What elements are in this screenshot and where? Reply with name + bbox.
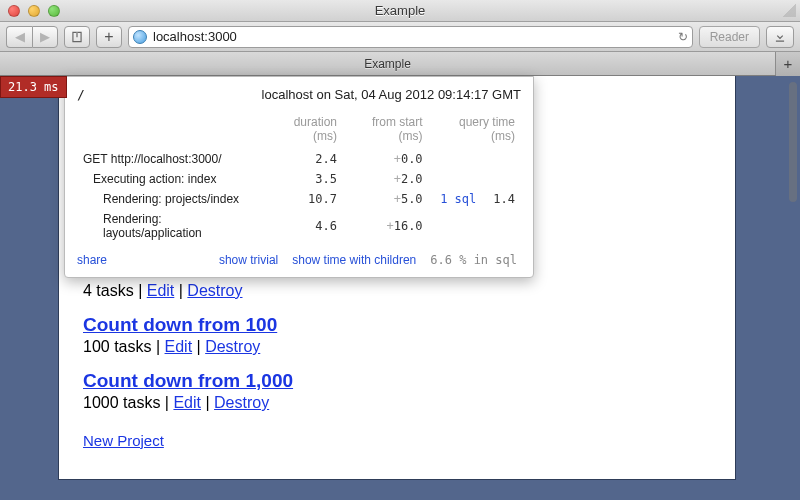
project-title-link[interactable]: Count down from 100 [83, 314, 277, 335]
row-qtime: 1.4 [482, 189, 521, 209]
col-duration: duration (ms) [263, 112, 343, 149]
col-from-start: from start (ms) [343, 112, 429, 149]
project-meta: 100 tasks | Edit | Destroy [83, 338, 711, 356]
site-globe-icon [133, 30, 147, 44]
edit-link[interactable]: Edit [165, 338, 193, 355]
new-project-link[interactable]: New Project [83, 432, 164, 449]
project-title-link[interactable]: Count down from 1,000 [83, 370, 293, 391]
col-label [77, 112, 263, 149]
book-icon [70, 30, 84, 44]
row-duration: 4.6 [263, 209, 343, 243]
miniprofiler-row: Rendering: layouts/application4.6+16.0 [77, 209, 521, 243]
miniprofiler-header: / localhost on Sat, 04 Aug 2012 09:14:17… [77, 85, 521, 112]
traffic-lights [0, 5, 60, 17]
miniprofiler-row: Executing action: index3.5+2.0 [77, 169, 521, 189]
back-button[interactable]: ◀ [6, 26, 32, 48]
zoom-window-button[interactable] [48, 5, 60, 17]
window-titlebar: Example [0, 0, 800, 22]
project-item: Count down from 100100 tasks | Edit | De… [83, 314, 711, 356]
miniprofiler-footer: share show trivial show time with childr… [77, 243, 521, 269]
scrollbar-thumb[interactable] [789, 82, 797, 202]
col-query-time: query time (ms) [429, 112, 521, 149]
row-sql[interactable]: 1 sql [429, 189, 483, 209]
bookmarks-button[interactable] [64, 26, 90, 48]
browser-tab[interactable]: Example [0, 52, 776, 75]
nav-buttons: ◀ ▶ [6, 26, 58, 48]
add-bookmark-button[interactable]: + [96, 26, 122, 48]
project-meta: 1000 tasks | Edit | Destroy [83, 394, 711, 412]
miniprofiler-panel: / localhost on Sat, 04 Aug 2012 09:14:17… [64, 76, 534, 278]
miniprofiler-row: GET http://localhost:3000/2.4+0.0 [77, 149, 521, 169]
miniprofiler-table: duration (ms) from start (ms) query time… [77, 112, 521, 243]
tasks-count: 100 tasks [83, 338, 151, 355]
close-window-button[interactable] [8, 5, 20, 17]
row-duration: 10.7 [263, 189, 343, 209]
share-link[interactable]: share [77, 253, 107, 267]
row-qtime [482, 149, 521, 169]
row-duration: 2.4 [263, 149, 343, 169]
show-time-with-children-link[interactable]: show time with children [292, 253, 416, 267]
row-from-start: +0.0 [343, 149, 429, 169]
row-label: Rendering: layouts/application [77, 209, 263, 243]
row-from-start: +16.0 [343, 209, 429, 243]
miniprofiler-path: / [77, 87, 85, 102]
url-text: localhost:3000 [153, 29, 672, 44]
tab-strip: Example + [0, 52, 800, 76]
row-duration: 3.5 [263, 169, 343, 189]
tasks-count: 4 tasks [83, 282, 134, 299]
row-sql [429, 169, 483, 189]
row-sql [429, 149, 483, 169]
row-from-start: +2.0 [343, 169, 429, 189]
projects-list: Learn Karate4 tasks | Edit | DestroyCoun… [83, 258, 711, 412]
miniprofiler-badge[interactable]: 21.3 ms [0, 76, 67, 98]
new-tab-button[interactable]: + [776, 52, 800, 76]
browser-toolbar: ◀ ▶ + localhost:3000 ↻ Reader [0, 22, 800, 52]
edit-link[interactable]: Edit [173, 394, 201, 411]
tasks-count: 1000 tasks [83, 394, 160, 411]
edit-link[interactable]: Edit [147, 282, 175, 299]
reload-button[interactable]: ↻ [678, 30, 688, 44]
miniprofiler-row: Rendering: projects/index10.7+5.01 sql1.… [77, 189, 521, 209]
row-label: Executing action: index [77, 169, 263, 189]
minimize-window-button[interactable] [28, 5, 40, 17]
row-from-start: +5.0 [343, 189, 429, 209]
pct-in-sql: 6.6 % in sql [430, 253, 517, 267]
forward-button[interactable]: ▶ [32, 26, 58, 48]
address-bar[interactable]: localhost:3000 ↻ [128, 26, 693, 48]
miniprofiler-host-time: localhost on Sat, 04 Aug 2012 09:14:17 G… [262, 87, 521, 102]
row-label: Rendering: projects/index [77, 189, 263, 209]
row-qtime [482, 169, 521, 189]
window-title: Example [0, 3, 800, 18]
destroy-link[interactable]: Destroy [205, 338, 260, 355]
downloads-button[interactable] [766, 26, 794, 48]
row-label: GET http://localhost:3000/ [77, 149, 263, 169]
destroy-link[interactable]: Destroy [214, 394, 269, 411]
resize-grip-icon[interactable] [782, 3, 796, 17]
destroy-link[interactable]: Destroy [187, 282, 242, 299]
row-qtime [482, 209, 521, 243]
show-trivial-link[interactable]: show trivial [219, 253, 278, 267]
project-item: Count down from 1,0001000 tasks | Edit |… [83, 370, 711, 412]
download-icon [773, 30, 787, 44]
reader-button[interactable]: Reader [699, 26, 760, 48]
row-sql [429, 209, 483, 243]
project-meta: 4 tasks | Edit | Destroy [83, 282, 711, 300]
